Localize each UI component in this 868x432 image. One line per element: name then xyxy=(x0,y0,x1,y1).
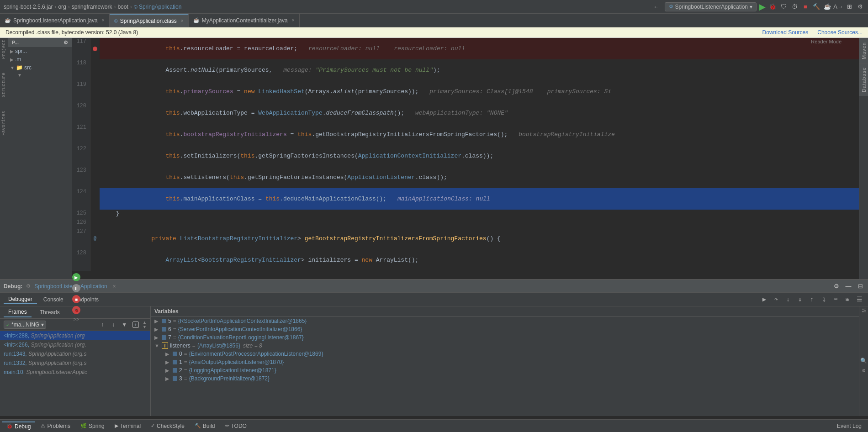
breadcrumb-jar[interactable]: spring-boot-2.5.6.jar xyxy=(4,4,53,10)
top-breadcrumb-bar: spring-boot-2.5.6.jar › org › springfram… xyxy=(0,0,868,14)
thread-selector[interactable]: ✓ *ma...NING ▾ xyxy=(4,321,46,329)
frame-item-2[interactable]: run:1343, SpringApplication (org.s xyxy=(0,349,150,358)
force-step-into-icon[interactable]: ⇓ xyxy=(795,295,805,305)
var-settings-icon[interactable]: ⚙ xyxy=(862,367,865,374)
tab-close-0[interactable]: × xyxy=(102,18,105,23)
bottom-tab-eventlog[interactable]: Event Log xyxy=(832,422,866,430)
var-item-5[interactable]: ▶ 5 = {RSocketPortInfoApplicationContext… xyxy=(151,317,859,325)
scroll-down-arrow[interactable]: ▼ xyxy=(143,325,147,329)
more-controls-icon[interactable]: >> xyxy=(73,317,79,322)
debug-minimize-icon[interactable]: — xyxy=(844,282,852,290)
code-scroll-area[interactable]: 117 this.resourceLoader = resourceLoader… xyxy=(72,38,859,279)
frame-item-3[interactable]: run:1332, SpringApplication (org.s xyxy=(0,358,150,368)
project-options-icon[interactable]: ⚙ xyxy=(64,40,68,46)
bottom-tab-todo[interactable]: ✏ TODO xyxy=(221,422,251,430)
back-button[interactable]: ← xyxy=(651,3,662,11)
tree-item-spring[interactable]: ▶ spr... xyxy=(8,47,72,55)
frame-item-4[interactable]: main:10, SpringbootListenerApplic xyxy=(0,368,150,377)
frames-up-btn[interactable]: ↑ xyxy=(98,320,107,329)
reader-mode-button[interactable]: Reader Mode xyxy=(807,38,845,45)
bottom-spring-icon: 🌿 xyxy=(80,423,87,429)
download-sources-link[interactable]: Download Sources xyxy=(762,29,809,36)
sdk-icon[interactable]: ☕ xyxy=(823,3,831,11)
bottom-tab-debug[interactable]: 🐞 Debug xyxy=(2,421,35,431)
tree-item-m[interactable]: ▶ .m xyxy=(8,55,72,63)
frames-add-btn[interactable]: + xyxy=(132,321,139,328)
bottom-tab-build[interactable]: 🔨 Build xyxy=(190,422,220,430)
var-item-listener-0[interactable]: ▶ 0 = {EnvironmentPostProcessorApplicati… xyxy=(151,350,859,358)
bottom-tab-terminal[interactable]: ▶ Terminal xyxy=(110,422,145,430)
settings-icon[interactable]: ⚙ xyxy=(856,3,864,11)
tree-item-src-sub[interactable]: ▼ xyxy=(8,72,72,79)
var-expand-6: ▶ xyxy=(154,327,162,332)
tab-close-1[interactable]: × xyxy=(181,18,184,23)
breadcrumb-springframework[interactable]: springframework xyxy=(72,4,112,10)
frame-item-0[interactable]: <init>:288, SpringApplication (org xyxy=(0,331,150,340)
var-item-listener-1[interactable]: ▶ 1 = {AnsiOutputApplicationListener@187… xyxy=(151,358,859,366)
breadcrumb-class[interactable]: SpringApplication xyxy=(139,4,181,10)
build-icon[interactable]: 🔨 xyxy=(812,3,820,11)
tree-item-src[interactable]: ▼ 📁 src xyxy=(8,63,72,72)
stop-icon[interactable]: ■ xyxy=(801,3,810,11)
translate-icon[interactable]: A→ xyxy=(834,3,842,11)
step-out-icon[interactable]: ↑ xyxy=(807,295,817,305)
var-search-icon[interactable]: 🔍 xyxy=(860,358,867,364)
frames-tab[interactable]: Frames xyxy=(4,307,32,317)
var-item-listener-3[interactable]: ▶ 3 = {BackgroundPreinitializer@1872} xyxy=(151,374,859,383)
debugger-tab[interactable]: Debugger xyxy=(4,295,37,304)
favorites-label[interactable]: Favorites xyxy=(1,111,6,136)
pause-button[interactable]: ⏸ xyxy=(72,284,80,292)
tab-springboot-listener[interactable]: ☕ SpringbootListenerApplication.java × xyxy=(0,14,110,27)
structure-label[interactable]: Structure xyxy=(1,73,6,97)
stop-button[interactable]: ■ xyxy=(72,295,80,303)
var-value-l0: {EnvironmentPostProcessorApplicationList… xyxy=(189,351,323,357)
maven-panel-tab[interactable]: Maven xyxy=(859,38,868,63)
layout-icon[interactable]: ⊞ xyxy=(845,3,853,11)
frame-item-1[interactable]: <init>:266, SpringApplication (org. xyxy=(0,340,150,349)
var-icon-5 xyxy=(162,319,166,323)
bottom-tab-checkstyle[interactable]: ✓ CheckStyle xyxy=(146,422,189,430)
breadcrumb-boot[interactable]: boot xyxy=(117,4,128,10)
debug-layout-icon[interactable]: ⊟ xyxy=(856,282,864,290)
resume-icon[interactable]: ▶ xyxy=(759,295,769,305)
tab-close-2[interactable]: × xyxy=(292,18,295,23)
evaluate-icon[interactable]: ⌨ xyxy=(831,295,841,305)
frames-down-btn[interactable]: ↓ xyxy=(109,320,118,329)
bottom-tab-problems[interactable]: ⚠ Problems xyxy=(36,422,75,430)
threads-tab[interactable]: Threads xyxy=(35,308,64,317)
breadcrumb-org[interactable]: org xyxy=(58,4,66,10)
more-dbg-icon[interactable]: ☰ xyxy=(854,295,864,305)
run-config-dropdown[interactable]: ⚙ SpringbootListenerApplication ▾ xyxy=(665,2,757,11)
debug-icon[interactable]: 🐞 xyxy=(768,3,777,11)
coverage-icon[interactable]: 🛡 xyxy=(779,3,788,11)
var-item-6[interactable]: ▶ 6 = {ServerPortInfoApplicationContextI… xyxy=(151,325,859,333)
bottom-tab-spring[interactable]: 🌿 Spring xyxy=(76,422,109,430)
breakpoint-117[interactable] xyxy=(93,47,97,51)
var-item-listener-2[interactable]: ▶ 2 = {LoggingApplicationListener@1871} xyxy=(151,366,859,374)
var-item-listeners[interactable]: ▼ f listeners = {ArrayList@1856} size = … xyxy=(151,342,859,350)
line-content-117: this.resourceLoader = resourceLoader; re… xyxy=(100,38,859,59)
database-panel-tab[interactable]: Database xyxy=(859,63,868,96)
tab-spring-application[interactable]: © SpringApplication.class × xyxy=(110,14,189,27)
tab-my-app-context[interactable]: ☕ MyApplicationContextInitializer.java × xyxy=(189,14,300,27)
frames-filter-btn[interactable]: ▼ xyxy=(120,320,129,329)
side-m-label[interactable]: M xyxy=(861,308,867,312)
run-to-cursor-icon[interactable]: ⤵ xyxy=(819,295,829,305)
debug-settings-icon[interactable]: ⚙ xyxy=(832,282,841,290)
scroll-up-arrow[interactable]: ▲ xyxy=(143,320,147,325)
resume-button[interactable]: ▶ xyxy=(72,273,80,281)
debug-app-name[interactable]: SpringbootListenerApplication xyxy=(34,283,107,290)
frames-icon[interactable]: ⊞ xyxy=(842,295,852,305)
choose-sources-link[interactable]: Choose Sources... xyxy=(817,29,863,36)
run-button[interactable]: ▶ xyxy=(759,2,766,12)
debug-close-btn[interactable]: × xyxy=(113,283,116,290)
project-label[interactable]: Project xyxy=(1,40,6,59)
var-name-l2: 2 xyxy=(179,367,182,374)
step-into-icon[interactable]: ↓ xyxy=(783,295,793,305)
console-tab[interactable]: Console xyxy=(39,295,68,304)
profile-icon[interactable]: ⏱ xyxy=(790,3,799,11)
frames-list: <init>:288, SpringApplication (org <init… xyxy=(0,331,150,416)
var-item-7[interactable]: ▶ 7 = {ConditionEvaluationReportLoggingL… xyxy=(151,333,859,342)
rerun-debug-button[interactable]: 🐞 xyxy=(72,306,80,314)
step-over-icon[interactable]: ↷ xyxy=(771,295,781,305)
